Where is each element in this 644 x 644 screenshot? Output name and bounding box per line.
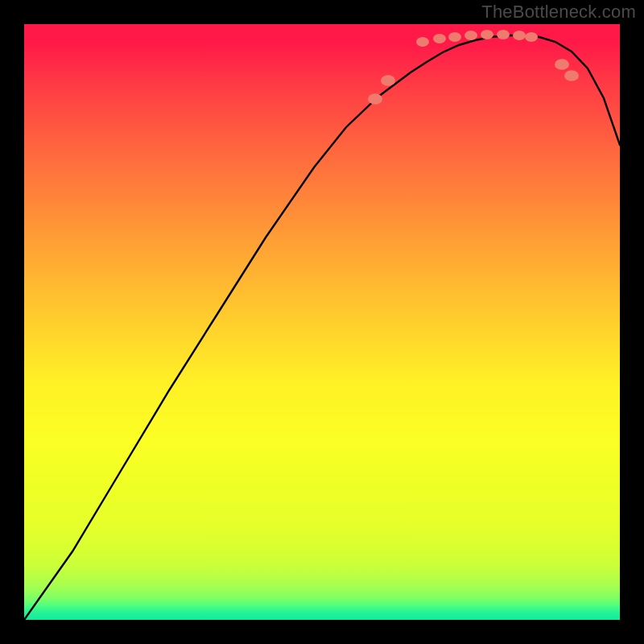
curve-marker xyxy=(416,37,429,47)
chart-frame: TheBottleneck.com xyxy=(0,0,644,644)
curve-marker xyxy=(381,75,395,86)
bottleneck-curve-path xyxy=(24,35,620,620)
curve-marker xyxy=(513,31,526,40)
plot-area xyxy=(24,24,620,620)
curve-marker xyxy=(525,32,538,42)
curve-marker xyxy=(555,59,569,70)
curve-marker xyxy=(481,30,493,39)
curve-marker xyxy=(464,31,477,40)
curve-layer xyxy=(24,24,620,620)
curve-marker xyxy=(564,70,579,81)
attribution-text: TheBottleneck.com xyxy=(481,2,636,23)
curve-marker xyxy=(368,93,382,105)
curve-marker xyxy=(448,32,461,42)
curve-marker xyxy=(497,30,510,39)
curve-marker xyxy=(433,34,446,43)
